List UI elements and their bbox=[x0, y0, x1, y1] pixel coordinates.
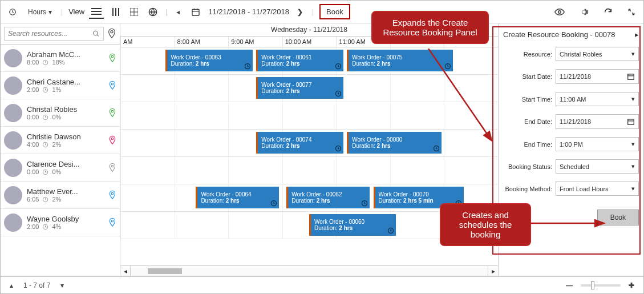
work-order-block[interactable]: Work Order - 00060 Duration: 2 hrs bbox=[309, 214, 396, 236]
clock-icon bbox=[5, 6, 20, 18]
svg-point-24 bbox=[111, 110, 114, 112]
grid-row: Work Order - 00077 Duration: 2 hrs bbox=[120, 75, 498, 102]
work-order-title: Work Order - 00062 bbox=[291, 191, 362, 198]
resource-item[interactable]: Wayne Goolsby 2:00 4% bbox=[1, 209, 120, 236]
work-order-block[interactable]: Work Order - 00064 Duration: 2 hrs bbox=[196, 187, 279, 208]
date-range: 11/21/2018 - 11/27/2018 bbox=[208, 7, 289, 16]
resource-item[interactable]: Clarence Desi... 0:00 0% bbox=[1, 154, 120, 182]
work-order-title: Work Order - 00077 bbox=[261, 82, 335, 88]
resource-name: Clarence Desi... bbox=[27, 160, 104, 168]
view-map-icon[interactable] bbox=[146, 5, 160, 19]
resource-item[interactable]: Christal Robles 0:00 0% bbox=[1, 99, 120, 127]
zoom-in-button[interactable]: ✚ bbox=[625, 279, 638, 292]
resource-item[interactable]: Cheri Castane... 2:00 1% bbox=[1, 72, 120, 99]
scroll-left-icon[interactable]: ◂ bbox=[120, 266, 131, 276]
panel-book-button[interactable]: Book bbox=[597, 210, 639, 225]
date-prev-button[interactable] bbox=[173, 6, 183, 18]
clock-icon bbox=[433, 145, 440, 152]
refresh-icon[interactable] bbox=[600, 5, 616, 19]
clock-icon bbox=[42, 224, 48, 230]
work-order-title: Work Order - 00061 bbox=[261, 54, 335, 61]
work-order-block[interactable]: Work Order - 00080 Duration: 2 hrs bbox=[347, 132, 442, 154]
method-label: Booking Method: bbox=[503, 186, 552, 192]
scroll-thumb[interactable] bbox=[148, 268, 182, 274]
start-date-input[interactable]: 11/21/2018 bbox=[556, 69, 639, 84]
date-next-button[interactable]: ❯ bbox=[294, 6, 306, 18]
resource-percent: 0% bbox=[52, 114, 61, 120]
search-input[interactable] bbox=[4, 27, 104, 41]
svg-point-16 bbox=[94, 31, 98, 35]
svg-point-20 bbox=[111, 55, 114, 58]
clock-icon bbox=[270, 200, 277, 207]
work-order-title: Work Order - 00074 bbox=[261, 136, 335, 143]
pager-down-button[interactable] bbox=[57, 279, 67, 292]
resource-item[interactable]: Christie Dawson 4:00 2% bbox=[1, 127, 120, 154]
book-button[interactable]: Book bbox=[319, 4, 350, 19]
clock-icon bbox=[42, 196, 48, 203]
work-order-title: Work Order - 00070 bbox=[379, 191, 456, 198]
panel-collapse-icon[interactable] bbox=[635, 30, 639, 39]
work-order-duration: Duration: 2 hrs bbox=[291, 198, 362, 204]
gear-icon[interactable] bbox=[576, 5, 592, 19]
resource-percent: 2% bbox=[52, 141, 61, 148]
resource-item[interactable]: Abraham McC... 8:00 18% bbox=[1, 45, 120, 72]
map-pin-icon bbox=[108, 218, 116, 228]
search-icon bbox=[92, 30, 100, 38]
resource-sidebar: Abraham McC... 8:00 18% Cheri Castane...… bbox=[1, 23, 120, 276]
pager-up-button[interactable] bbox=[6, 279, 17, 292]
work-order-block[interactable]: Work Order - 00063 Duration: 2 hrs bbox=[165, 50, 252, 71]
resource-name: Abraham McC... bbox=[27, 50, 104, 59]
grid-row bbox=[120, 157, 498, 184]
visibility-icon[interactable] bbox=[551, 5, 568, 19]
end-time-select[interactable]: 1:00 PM bbox=[556, 137, 639, 151]
view-list-icon[interactable] bbox=[89, 5, 104, 19]
avatar bbox=[4, 49, 22, 67]
work-order-block[interactable]: Work Order - 00075 Duration: 2 hrs bbox=[347, 50, 452, 71]
status-label: Booking Status: bbox=[503, 163, 552, 170]
fullscreen-icon[interactable] bbox=[624, 5, 639, 19]
avatar bbox=[4, 104, 22, 122]
end-time-label: End Time: bbox=[503, 141, 552, 148]
work-order-duration: Duration: 2 hrs bbox=[201, 198, 271, 204]
map-pin-icon bbox=[108, 163, 116, 173]
resource-percent: 0% bbox=[52, 168, 61, 175]
resource-time: 8:00 bbox=[27, 59, 39, 66]
work-order-block[interactable]: Work Order - 00061 Duration: 2 hrs bbox=[256, 50, 343, 71]
work-order-block[interactable]: Work Order - 00074 Duration: 2 hrs bbox=[256, 132, 343, 154]
work-order-duration: Duration: 2 hrs bbox=[171, 61, 244, 67]
scroll-right-icon[interactable]: ▸ bbox=[488, 266, 498, 276]
hours-label: Hours bbox=[28, 8, 46, 16]
view-grid-icon[interactable] bbox=[128, 6, 140, 18]
resource-item[interactable]: Matthew Ever... 6:05 2% bbox=[1, 182, 120, 209]
zoom-thumb[interactable] bbox=[591, 281, 594, 289]
map-pin-icon bbox=[108, 135, 116, 146]
resource-time: 4:00 bbox=[27, 141, 39, 148]
method-select[interactable]: Front Load Hours bbox=[556, 182, 639, 196]
work-order-block[interactable]: Work Order - 00062 Duration: 2 hrs bbox=[286, 187, 370, 208]
horizontal-scrollbar[interactable]: ◂ ▸ bbox=[120, 265, 498, 276]
end-date-label: End Date: bbox=[503, 118, 552, 125]
hours-dropdown[interactable]: Hours bbox=[25, 6, 55, 18]
avatar bbox=[4, 186, 22, 204]
calendar-icon[interactable] bbox=[188, 5, 204, 19]
resource-list: Abraham McC... 8:00 18% Cheri Castane...… bbox=[1, 45, 120, 276]
start-time-label: Start Time: bbox=[503, 96, 552, 103]
svg-line-17 bbox=[97, 35, 99, 37]
status-select[interactable]: Scheduled bbox=[556, 159, 639, 174]
location-pin-icon[interactable] bbox=[107, 28, 116, 39]
work-order-block[interactable]: Work Order - 00077 Duration: 2 hrs bbox=[256, 77, 343, 99]
zoom-slider[interactable] bbox=[581, 284, 621, 287]
start-time-select[interactable]: 11:00 AM bbox=[556, 92, 639, 106]
search-field[interactable] bbox=[8, 30, 92, 38]
svg-point-15 bbox=[558, 10, 561, 13]
hour-header: 10:00 AM bbox=[282, 37, 337, 47]
resource-select[interactable]: Christal Robles bbox=[556, 47, 639, 61]
resource-percent: 2% bbox=[52, 196, 61, 203]
svg-point-18 bbox=[111, 31, 113, 33]
view-vertical-icon[interactable] bbox=[110, 6, 122, 18]
clock-icon bbox=[42, 142, 48, 148]
clock-icon bbox=[361, 200, 368, 207]
svg-point-32 bbox=[111, 220, 114, 222]
end-date-input[interactable]: 11/21/2018 bbox=[556, 114, 639, 129]
zoom-out-button[interactable]: — bbox=[562, 279, 576, 292]
